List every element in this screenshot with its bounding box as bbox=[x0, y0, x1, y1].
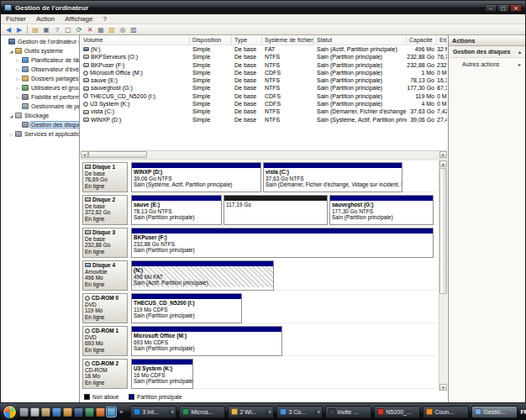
taskbar-button-gestio[interactable]: Gestio... bbox=[471, 406, 518, 418]
expander-icon[interactable]: ▷ bbox=[15, 76, 21, 81]
quicklaunch-window-icon[interactable] bbox=[19, 407, 29, 417]
disk-label-disque-2[interactable]: Disque 2De base372,62 GoEn ligne bbox=[82, 195, 128, 225]
partition-region-vista-c[interactable]: vista (C:)37,63 Go NTFSSain (Démarrer, F… bbox=[263, 162, 402, 192]
window-icon[interactable]: ▣ bbox=[41, 25, 51, 34]
sidebar-item-outils-syst-me[interactable]: ◢Outils système bbox=[1, 46, 79, 55]
menu-item-[interactable]: ? bbox=[97, 14, 111, 24]
column-header-capacit[interactable]: Capacité bbox=[407, 35, 437, 45]
expander-icon[interactable]: ◢ bbox=[8, 113, 14, 118]
actions-item-more-actions[interactable]: Autres actions ▸ bbox=[449, 58, 525, 70]
expander-icon[interactable]: ◢ bbox=[8, 49, 14, 54]
dropdown-arrow-icon[interactable]: ▾ bbox=[266, 409, 271, 414]
quicklaunch-mail-icon[interactable] bbox=[30, 407, 39, 417]
table-row[interactable]: (N:)SimpleDe baseFATSain (Actif, Partiti… bbox=[81, 45, 447, 53]
scroll-left-icon[interactable]: ◂ bbox=[81, 151, 88, 158]
partition-region-sauveghost-g[interactable]: sauveghost (G:)177,30 Go NTFSSain (Parti… bbox=[329, 195, 434, 225]
table-row[interactable]: sauveghost (G:)SimpleDe baseNTFSSain (Pa… bbox=[81, 84, 447, 92]
partition-region-u3-system-k[interactable]: U3 System (K:)16 Mo CDFSSain (Partition … bbox=[131, 359, 193, 389]
sidebar-item-gestionnaire-de-p-riph[interactable]: Gestionnaire de périphé bbox=[1, 102, 79, 111]
scroll-up-icon[interactable]: ▴ bbox=[439, 160, 447, 167]
disk-label-cd-rom-1[interactable]: CD-ROM 1DVD693 MoEn ligne bbox=[82, 326, 128, 356]
dropdown-arrow-icon[interactable]: ▾ bbox=[169, 409, 174, 414]
disk-label-cd-rom-2[interactable]: CD-ROM 2CD-ROM16 MoEn ligne bbox=[82, 359, 128, 389]
taskbar-button-2-wi[interactable]: 2 Wi...▾ bbox=[228, 406, 274, 418]
open-folder-icon[interactable]: ▨ bbox=[107, 25, 117, 34]
collapse-icon[interactable]: ▴ bbox=[518, 49, 521, 55]
taskbar-button-n5200[interactable]: N5200_... bbox=[374, 406, 420, 418]
column-header-disposition[interactable]: Disposition bbox=[190, 35, 232, 45]
quicklaunch-overflow-icon[interactable]: » bbox=[118, 408, 124, 416]
sidebar-item-observateur-d-v-neme[interactable]: ▷Observateur d'événeme bbox=[1, 65, 79, 74]
sidebar-item-fiabilit-et-performance[interactable]: ▷Fiabilité et performance bbox=[1, 92, 79, 102]
table-row[interactable]: BKPuser (F:)SimpleDe baseNTFSSain (Parti… bbox=[81, 61, 447, 69]
partition-region-winxp-d[interactable]: WINXP (D:)39,06 Go NTFSSain (Système, Ac… bbox=[131, 162, 261, 192]
help-icon[interactable]: ? bbox=[52, 25, 62, 34]
quicklaunch-word-icon[interactable] bbox=[74, 407, 83, 417]
expander-icon[interactable]: ▷ bbox=[8, 132, 14, 137]
expander-icon[interactable]: ▷ bbox=[15, 67, 21, 72]
table-row[interactable]: THECUS_CD_N5200 (I:)SimpleDe baseCDFSSai… bbox=[81, 92, 447, 100]
expander-icon[interactable]: ▷ bbox=[15, 58, 21, 63]
minimize-button[interactable]: – bbox=[485, 4, 497, 12]
start-button[interactable] bbox=[3, 405, 17, 419]
delete-icon[interactable]: ✕ bbox=[85, 25, 95, 34]
console-window-icon[interactable]: ▢ bbox=[63, 25, 73, 34]
quicklaunch-firefox-icon[interactable] bbox=[96, 407, 105, 417]
column-header-statut[interactable]: Statut bbox=[314, 35, 407, 45]
horizontal-scrollbar[interactable]: ◂ ▸ bbox=[81, 150, 447, 158]
properties-icon[interactable]: ▦ bbox=[96, 25, 106, 34]
partition-region-n[interactable]: (N:)496 Mo FATSain (Actif, Partition pri… bbox=[131, 260, 274, 291]
column-header-espac[interactable]: Espac bbox=[437, 35, 447, 45]
disk-label-disque-3[interactable]: Disque 3De base232,88 GoEn ligne bbox=[82, 228, 128, 258]
title-bar[interactable]: Gestion de l'ordinateur – ▢ ✕ bbox=[1, 1, 525, 14]
table-row[interactable]: U3 System (K:)SimpleDe baseCDFSSain (Par… bbox=[81, 100, 447, 108]
sidebar-item-services-et-applications[interactable]: ▷Services et applications bbox=[1, 129, 79, 139]
sidebar-item-dossiers-partag-s[interactable]: ▷Dossiers partagés bbox=[1, 74, 79, 83]
taskbar-button-micros[interactable]: Micros... bbox=[179, 406, 225, 418]
scrollbar-thumb[interactable] bbox=[439, 168, 447, 294]
sidebar-item-planificateur-de-t-ches[interactable]: ▷Planificateur de tâches bbox=[1, 55, 79, 65]
taskbar-button-coun[interactable]: Coun... bbox=[423, 406, 469, 418]
scroll-right-icon[interactable]: ▸ bbox=[439, 151, 447, 158]
show-tree-icon[interactable]: ▤ bbox=[30, 25, 40, 34]
devices-icon[interactable]: ▥ bbox=[129, 25, 139, 34]
sidebar-item-gestion-des-disques[interactable]: Gestion des disques bbox=[1, 120, 79, 129]
sidebar-item-gestion-de-l-ordinateur-local[interactable]: Gestion de l'ordinateur (local) bbox=[1, 37, 79, 46]
menu-item-action[interactable]: Action bbox=[31, 14, 60, 24]
scrollbar-thumb[interactable] bbox=[88, 151, 147, 158]
quicklaunch-ie-icon[interactable] bbox=[52, 407, 61, 417]
partition-region-thecus-cd-n5200-i[interactable]: THECUS_CD_N5200 (I:)119 Mo CDFSSain (Par… bbox=[131, 293, 242, 323]
disk-label-disque-4[interactable]: Disque 4Amovible496 MoEn ligne bbox=[82, 260, 128, 291]
refresh-icon[interactable]: ⟳ bbox=[74, 25, 84, 34]
table-row[interactable]: WINXP (D:)SimpleDe baseNTFSSain (Système… bbox=[81, 116, 447, 123]
scroll-down-icon[interactable]: ▾ bbox=[439, 384, 447, 391]
disk-label-disque-1[interactable]: Disque 1De base76,69 GoEn ligne bbox=[82, 162, 128, 192]
back-icon[interactable]: ◀ bbox=[3, 25, 13, 34]
expander-icon[interactable]: ▷ bbox=[15, 86, 21, 91]
actions-section-disk-management[interactable]: Gestion des disques ▴ bbox=[449, 46, 525, 58]
taskbar-button-invite[interactable]: Invite ... bbox=[325, 406, 371, 418]
taskbar-button-3-int[interactable]: 3 Int...▾ bbox=[130, 406, 176, 418]
partition-region-microsoft-office-m[interactable]: Microsoft Office (M:)693 Mo CDFSSain (Pa… bbox=[131, 326, 282, 356]
partition-region-sauve-e[interactable]: sauve (E:)78,13 Go NTFSSain (Partition p… bbox=[131, 195, 222, 225]
sidebar-item-stockage[interactable]: ◢Stockage bbox=[1, 111, 79, 120]
disk-label-cd-rom-0[interactable]: CD-ROM 0DVD119 MoEn ligne bbox=[82, 293, 128, 323]
expander-icon[interactable]: ▷ bbox=[15, 95, 21, 100]
quicklaunch-excel-icon[interactable] bbox=[85, 407, 94, 417]
partition-region-bkpuser-f[interactable]: BKPuser (F:)232,88 Go NTFSSain (Partitio… bbox=[131, 228, 434, 258]
menu-item-fichier[interactable]: Fichier bbox=[1, 14, 31, 24]
forward-icon[interactable]: ▶ bbox=[14, 25, 24, 34]
unallocated-region[interactable]: 117,19 Go bbox=[224, 195, 328, 225]
column-header-type[interactable]: Type bbox=[232, 35, 262, 45]
table-row[interactable]: BKPServeurs (O:)SimpleDe baseNTFSSain (P… bbox=[81, 53, 447, 60]
quicklaunch-media-icon[interactable] bbox=[63, 407, 72, 417]
dropdown-arrow-icon[interactable]: ▾ bbox=[315, 409, 320, 414]
search-icon[interactable]: ◎ bbox=[118, 25, 128, 34]
close-button[interactable]: ✕ bbox=[510, 4, 522, 12]
maximize-button[interactable]: ▢ bbox=[497, 4, 509, 12]
table-row[interactable]: sauve (E:)SimpleDe baseNTFSSain (Partiti… bbox=[81, 76, 447, 84]
language-indicator[interactable]: FR bbox=[520, 409, 526, 415]
column-header-syst-me-de-fichiers[interactable]: Système de fichiers bbox=[262, 35, 314, 45]
column-header-volume[interactable]: Volume bbox=[81, 35, 190, 45]
quicklaunch-user-icon[interactable] bbox=[41, 407, 50, 417]
